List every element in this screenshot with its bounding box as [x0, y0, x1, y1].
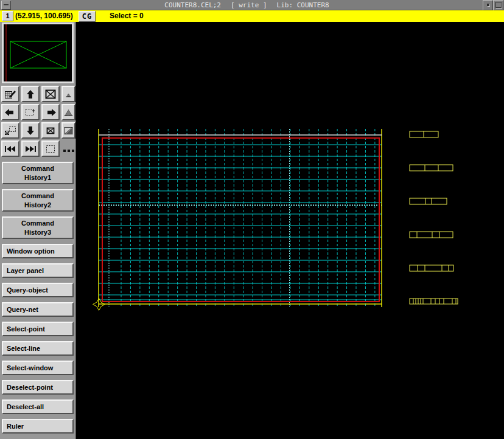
pan-right-icon: [44, 107, 57, 118]
sidebar-button-window-option[interactable]: Window option: [2, 244, 74, 258]
pan-up-icon: [24, 89, 37, 100]
toolbar: [1, 86, 75, 157]
layout-drawing: [79, 22, 504, 439]
shrink-view-button[interactable]: [1, 122, 19, 139]
zoom-fit-button[interactable]: [41, 86, 60, 102]
sidebar-button-query-net[interactable]: Query-net: [2, 302, 74, 317]
window-number-badge: 1: [2, 11, 13, 21]
zoom-out-small-icon: [63, 89, 74, 100]
grid-mode-badge[interactable]: CG: [79, 11, 96, 22]
selection-count: Select = 0: [110, 12, 144, 21]
pan-down-icon: [24, 125, 37, 136]
bit-bar: [410, 299, 458, 304]
zoom-out-small-button[interactable]: [61, 86, 75, 102]
sidebar-button-select-point[interactable]: Select-point: [2, 322, 74, 336]
window-menu-icon[interactable]: [1, 1, 11, 10]
sidebar-button-select-line[interactable]: Select-line: [2, 341, 74, 356]
minimize-icon[interactable]: [483, 0, 493, 10]
prev-view-icon: [4, 143, 17, 154]
more-options-icon: [62, 143, 75, 154]
more-options-button[interactable]: [61, 140, 75, 157]
status-bar: 1 (52.915, 100.695) CG Select = 0: [0, 10, 504, 22]
navigator-view: [4, 24, 72, 81]
cell-name: COUNTER8.CEL;2: [164, 1, 221, 9]
sidebar-button-command-history1[interactable]: CommandHistory1: [2, 162, 74, 184]
draw-pattern-icon: [4, 89, 17, 100]
select-box-button[interactable]: [41, 140, 60, 157]
sidebar-button-select-window[interactable]: Select-window: [2, 361, 74, 375]
select-box-icon: [44, 143, 57, 154]
zoom-fit-icon: [44, 89, 57, 100]
maximize-icon[interactable]: [493, 0, 503, 10]
pan-left-icon: [4, 107, 17, 118]
titlebar: COUNTER8.CEL;2[ write ]Lib: COUNTER8: [0, 0, 504, 10]
layout-canvas[interactable]: [79, 22, 504, 439]
window-title: COUNTER8.CEL;2[ write ]Lib: COUNTER8: [11, 1, 483, 9]
sidebar-button-layer-panel[interactable]: Layer panel: [2, 263, 74, 278]
shrink-view-icon: [4, 125, 17, 136]
bit-bar: [410, 198, 447, 204]
sidebar-button-command-history2[interactable]: CommandHistory2: [2, 189, 74, 212]
sidebar-button-deselect-all[interactable]: Deselect-all: [2, 399, 74, 414]
next-view-icon: [24, 143, 37, 154]
fill-toggle-button[interactable]: [61, 122, 75, 139]
zoom-in-button[interactable]: [61, 104, 75, 120]
draw-pattern-button[interactable]: [1, 86, 19, 102]
pan-left-button[interactable]: [1, 104, 19, 120]
bit-bar: [410, 232, 453, 238]
cursor-coordinates: (52.915, 100.695): [15, 12, 73, 21]
sidebar-button-command-history3[interactable]: CommandHistory3: [2, 216, 74, 239]
command-button-column: CommandHistory1CommandHistory2CommandHis…: [0, 162, 75, 434]
pan-right-button[interactable]: [41, 104, 60, 120]
library-name: Lib: COUNTER8: [277, 1, 329, 9]
fill-toggle-icon: [63, 125, 74, 136]
sidebar: CommandHistory1CommandHistory2CommandHis…: [0, 22, 79, 439]
application-window: COUNTER8.CEL;2[ write ]Lib: COUNTER8 1 (…: [0, 0, 504, 439]
write-mode: [ write ]: [231, 1, 267, 9]
fit-small-icon: [44, 125, 57, 136]
prev-view-button[interactable]: [1, 140, 19, 157]
bit-bar: [410, 265, 453, 271]
sidebar-button-ruler[interactable]: Ruler: [2, 419, 74, 434]
next-view-button[interactable]: [21, 140, 40, 157]
bit-bar: [410, 165, 453, 171]
sidebar-button-deselect-point[interactable]: Deselect-point: [2, 380, 74, 395]
pan-up-button[interactable]: [21, 86, 40, 102]
pan-down-button[interactable]: [21, 122, 40, 139]
zoom-window-button[interactable]: [21, 104, 40, 120]
navigator-panel[interactable]: [2, 22, 74, 83]
instance-outline-red: [102, 138, 379, 302]
zoom-window-icon: [24, 107, 37, 118]
zoom-in-icon: [63, 107, 74, 118]
sidebar-button-query-object[interactable]: Query-object: [2, 283, 74, 297]
fit-small-button[interactable]: [41, 122, 60, 139]
